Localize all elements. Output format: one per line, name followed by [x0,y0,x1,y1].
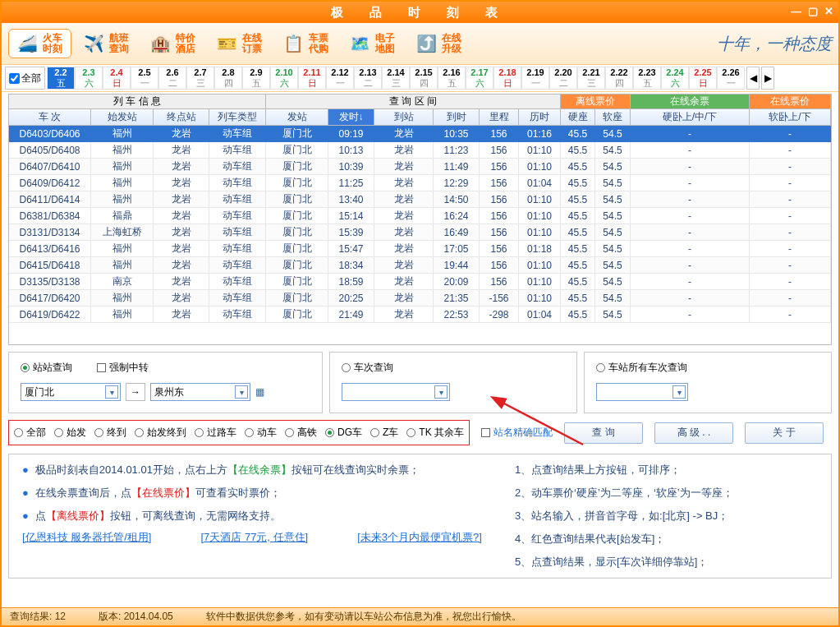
filter-radio[interactable]: 终到 [94,426,126,440]
train-number-radio[interactable]: 车次查询 [342,361,393,375]
date-cell[interactable]: 2.15四 [410,67,438,90]
col-header[interactable]: 终点站 [154,109,209,126]
filter-radio[interactable]: DG车 [325,426,362,440]
table-row[interactable]: D6411/D6414福州龙岩动车组厦门北13:40龙岩14:5015601:1… [9,191,831,208]
filter-radio[interactable]: TK 其余车 [406,426,464,440]
station-all-input[interactable]: ▾ [596,383,688,401]
date-cell[interactable]: 2.6二 [158,67,186,90]
filter-radio[interactable]: Z车 [370,426,398,440]
minimize-icon[interactable]: — [791,5,801,17]
date-cell[interactable]: 2.26一 [717,67,745,90]
col-header[interactable]: 软卧上/下 [750,109,831,126]
table-row[interactable]: D6415/D6418福州龙岩动车组厦门北18:34龙岩19:4415601:1… [9,257,831,274]
from-station-input[interactable]: 厦门北▾ [21,383,121,401]
filter-radio[interactable]: 动车 [245,426,277,440]
exact-match-checkbox[interactable]: 站名精确匹配 [481,426,553,440]
query-button[interactable]: 查 询 [564,422,643,444]
group-online-remain[interactable]: 在线余票 [631,95,750,109]
col-header[interactable]: 始发站 [91,109,154,126]
tab-order[interactable]: 🎫在线订票 [208,29,271,58]
tip-link[interactable]: [未来3个月内最便宜机票?] [357,530,482,545]
tip-link[interactable]: [亿恩科技 服务器托管/租用] [22,530,151,545]
close-icon[interactable]: ✕ [824,5,833,17]
tab-hotel[interactable]: 🏨特价酒店 [141,29,204,58]
group-offline-price[interactable]: 离线票价 [561,95,631,109]
table-row[interactable]: D6417/D6420福州龙岩动车组厦门北20:25龙岩21:35-15601:… [9,290,831,307]
col-header[interactable]: 车 次 [9,109,91,126]
table-row[interactable]: D6413/D6416福州龙岩动车组厦门北15:47龙岩17:0515601:1… [9,241,831,257]
tab-flight[interactable]: ✈️航班查询 [75,29,138,58]
col-header[interactable]: 列车类型 [209,109,266,126]
date-cell[interactable]: 2.12一 [326,67,354,90]
table-row[interactable]: D6403/D6406福州龙岩动车组厦门北09:19龙岩10:3515601:1… [9,126,831,142]
train-number-input[interactable]: ▾ [342,383,450,401]
advanced-button[interactable]: 高 级 . . [654,422,733,444]
date-cell[interactable]: 2.13二 [354,67,382,90]
date-cell[interactable]: 2.24六 [661,67,689,90]
table-row[interactable]: D6405/D6408福州龙岩动车组厦门北10:13龙岩11:2315601:1… [9,142,831,159]
filter-radio[interactable]: 过路车 [195,426,236,440]
date-cell[interactable]: 2.11日 [298,67,326,90]
dropdown-icon[interactable]: ▾ [672,385,686,399]
grid-icon[interactable]: ▦ [255,386,264,398]
all-dates-checkbox[interactable]: 全部 [5,67,45,90]
date-cell[interactable]: 2.17六 [466,67,493,90]
date-cell[interactable]: 2.8四 [214,67,242,90]
date-prev-button[interactable]: ◀ [746,67,760,90]
col-header[interactable]: 历时 [519,109,561,126]
tab-buy[interactable]: 📋车票代购 [274,29,337,58]
date-cell[interactable]: 2.5一 [131,67,158,90]
col-header[interactable]: 硬座 [561,109,595,126]
dropdown-icon[interactable]: ▾ [235,385,248,399]
col-header[interactable]: 发时↓ [328,109,374,126]
filter-radio[interactable]: 始发终到 [135,426,186,440]
col-header[interactable]: 到站 [374,109,434,126]
date-cell[interactable]: 2.21三 [577,67,605,90]
date-cell[interactable]: 2.19一 [521,67,549,90]
col-header[interactable]: 硬卧上/中/下 [631,109,750,126]
to-station-input[interactable]: 泉州东▾ [150,383,250,401]
date-cell[interactable]: 2.10六 [270,67,298,90]
table-row[interactable]: D6419/D6422福州龙岩动车组厦门北21:49龙岩22:53-29801:… [9,307,831,323]
col-header[interactable]: 发站 [266,109,328,126]
date-cell[interactable]: 2.18日 [493,67,521,90]
table-row[interactable]: D6409/D6412福州龙岩动车组厦门北11:25龙岩12:2915601:0… [9,175,831,191]
station-all-radio[interactable]: 车站所有车次查询 [596,361,687,375]
dropdown-icon[interactable]: ▾ [105,385,118,399]
date-cell[interactable]: 2.25日 [689,67,717,90]
table-row[interactable]: D3131/D3134上海虹桥龙岩动车组厦门北15:39龙岩16:4915601… [9,224,831,241]
filter-radio[interactable]: 全部 [14,426,46,440]
date-cell[interactable]: 2.22四 [605,67,633,90]
about-button[interactable]: 关 于 [745,422,824,444]
table-body[interactable]: D6403/D6406福州龙岩动车组厦门北09:19龙岩10:3515601:1… [9,126,831,345]
date-cell[interactable]: 2.16五 [438,67,466,90]
tab-upgrade[interactable]: ⤴️在线升级 [407,29,470,58]
dropdown-icon[interactable]: ▾ [434,385,448,399]
col-header[interactable]: 软座 [595,109,631,126]
date-cell[interactable]: 2.3六 [75,67,103,90]
date-next-button[interactable]: ▶ [761,67,774,90]
tab-train[interactable]: 🚄火车时刻 [8,29,71,58]
date-cell[interactable]: 2.7三 [186,67,214,90]
maximize-icon[interactable]: ▢ [808,5,818,17]
filter-radio[interactable]: 高铁 [285,426,317,440]
date-cell[interactable]: 2.4日 [103,67,131,90]
tab-map[interactable]: 🗺️电子地图 [341,29,404,58]
table-row[interactable]: D3135/D3138南京龙岩动车组厦门北18:59龙岩20:0915601:1… [9,274,831,290]
col-header[interactable]: 里程 [480,109,519,126]
force-transfer-checkbox[interactable]: 强制中转 [97,361,149,375]
date-cell[interactable]: 2.23五 [633,67,661,90]
date-cell[interactable]: 2.9五 [242,67,270,90]
date-cell[interactable]: 2.2五 [47,67,75,90]
group-online-price[interactable]: 在线票价 [750,95,831,109]
table-row[interactable]: D6407/D6410福州龙岩动车组厦门北10:39龙岩11:4915601:1… [9,159,831,175]
col-header[interactable]: 到时 [434,109,480,126]
table-row[interactable]: D6381/D6384福鼎龙岩动车组厦门北15:14龙岩16:2415601:1… [9,208,831,224]
station-query-radio[interactable]: 站站查询 [21,361,72,375]
swap-stations-button[interactable]: → [126,383,145,401]
cart-icon: 📋 [283,34,304,53]
date-cell[interactable]: 2.14三 [382,67,410,90]
tip-link[interactable]: [7天酒店 77元, 任意住] [200,530,308,545]
date-cell[interactable]: 2.20二 [549,67,577,90]
filter-radio[interactable]: 始发 [54,426,86,440]
